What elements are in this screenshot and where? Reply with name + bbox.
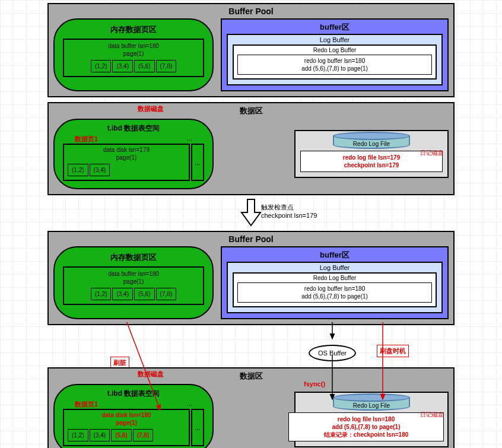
cylinder-icon: Redo Log File [333, 398, 410, 411]
dots: ... [187, 135, 192, 144]
checkpoint-lsn-text: checkpoint lsn=179 [261, 212, 317, 219]
top-buffer-pool-box: Buffer Pool 内存数据页区 data buffer lsn=180 p… [47, 3, 455, 97]
cell: (3,4) [90, 164, 110, 176]
fsync-label: fsync() [304, 380, 325, 387]
tablespace: t.ibd 数据表空间 数据页1 ... data disk lsn=179 p… [53, 119, 214, 189]
disk-page: data disk lsn=179 page(1) (1,2) (3,4) [63, 144, 190, 181]
disk-page: data disk lsn=180 page(1) (1,2) (3,4) (5… [63, 409, 190, 446]
log-buffer: Log Buffer Redo Log Buffer redo log buff… [227, 34, 443, 85]
cell: (1,2) [91, 60, 112, 72]
tablespace: t.ibd 数据表空间 数据页1 ... data disk lsn=180 p… [53, 384, 214, 448]
data-disk-label: 数据磁盘 [138, 370, 164, 379]
data-buffer-page: data buffer lsn=180 page(1) (1,2) (3,4) … [63, 266, 204, 305]
log-buffer-title: Log Buffer [233, 264, 437, 271]
buffer-area: buffer区 Log Buffer Redo Log Buffer redo … [221, 18, 449, 91]
cell: (5,6) [134, 288, 155, 300]
redo-buffer-content: redo log buffer lsn=180 add (5,6),(7,8) … [237, 282, 432, 303]
disk-page-text: data disk lsn=180 page(1) [68, 411, 185, 427]
mem-area-title: 内存数据页区 [63, 24, 204, 35]
tablespace-title: t.ibd 数据表空间 [63, 389, 204, 399]
dots: ... [187, 400, 192, 409]
os-buffer-label: OS Buffer [318, 349, 347, 357]
data-buffer-text: data buffer lsn=180 page(1) [68, 42, 199, 58]
data-area-title: 数据区 [53, 371, 449, 382]
cell: (7,8) [133, 429, 154, 441]
redo-log-buffer: Redo Log Buffer redo log buffer lsn=180 … [233, 272, 437, 307]
cell: (3,4) [90, 429, 110, 441]
data-page-label: 数据页1 [75, 400, 98, 409]
log-disk-label: 日记磁盘 [420, 411, 444, 419]
dots-cell: ... [191, 409, 204, 446]
cell: (3,4) [112, 60, 133, 72]
mem-area-title: 内存数据页区 [63, 252, 204, 263]
memory-data-page-area: 内存数据页区 data buffer lsn=180 page(1) (1,2)… [53, 18, 214, 91]
cell: (7,8) [156, 60, 177, 72]
memory-data-page-area: 内存数据页区 data buffer lsn=180 page(1) (1,2)… [53, 246, 214, 319]
disk-page-text: data disk lsn=179 page(1) [68, 146, 185, 161]
redo-buffer-content: redo log buffer lsn=180 add (5,6),(7,8) … [237, 55, 432, 75]
redo-disk-area: 日记磁盘 Redo Log File redo log file lsn=179… [294, 130, 449, 178]
log-disk-label: 日记磁盘 [420, 149, 444, 157]
down-arrow-icon [239, 198, 263, 228]
cell: (1,2) [68, 429, 88, 441]
os-buffer: OS Buffer [309, 345, 356, 361]
buffer-pool-title: Buffer Pool [53, 234, 449, 244]
cylinder-icon: Redo Log File [333, 136, 410, 149]
buffer-area-title: buffer区 [227, 250, 443, 260]
cell: (7,8) [156, 288, 177, 300]
cell: (1,2) [91, 288, 112, 300]
cell: (5,6) [111, 429, 132, 441]
log-buffer: Log Buffer Redo Log Buffer redo log buff… [227, 262, 443, 313]
buffer-pool-title: Buffer Pool [53, 7, 449, 16]
buffer-area-title: buffer区 [227, 22, 443, 33]
data-disk-label: 数据磁盘 [138, 104, 164, 113]
cell: (3,4) [112, 288, 133, 300]
tablespace-title: t.ibd 数据表空间 [63, 123, 204, 134]
redo-log-buffer-title: Redo Log Buffer [237, 275, 432, 281]
data-page-label: 数据页1 [75, 135, 98, 144]
redo-log-buffer-title: Redo Log Buffer [237, 47, 432, 53]
top-data-area-box: 数据磁盘 数据区 t.ibd 数据表空间 数据页1 ... data disk … [47, 102, 455, 195]
redo-log-buffer: Redo Log Buffer redo log buffer lsn=180 … [233, 45, 437, 80]
bottom-data-area-box: 数据磁盘 数据区 fsync() t.ibd 数据表空间 数据页1 ... da… [47, 367, 455, 448]
dots-cell: ... [191, 144, 204, 181]
flush-timing-label: 刷盘时机 [377, 345, 409, 357]
data-buffer-page: data buffer lsn=180 page(1) (1,2) (3,4) … [63, 39, 204, 77]
cell: (1,2) [68, 164, 88, 176]
data-area-title: 数据区 [53, 106, 449, 116]
data-buffer-text: data buffer lsn=180 page(1) [68, 270, 199, 285]
bottom-buffer-pool-box: Buffer Pool 内存数据页区 data buffer lsn=180 p… [47, 231, 455, 325]
transition-arrow-section: 触发检查点 checkpoint lsn=179 [0, 198, 502, 228]
cell: (5,6) [134, 60, 155, 72]
trigger-checkpoint-text: 触发检查点 [261, 203, 317, 212]
redo-disk-area: 日记磁盘 Redo Log File redo log file lsn=180… [294, 392, 449, 447]
buffer-area: buffer区 Log Buffer Redo Log Buffer redo … [221, 246, 449, 319]
log-buffer-title: Log Buffer [233, 36, 437, 43]
